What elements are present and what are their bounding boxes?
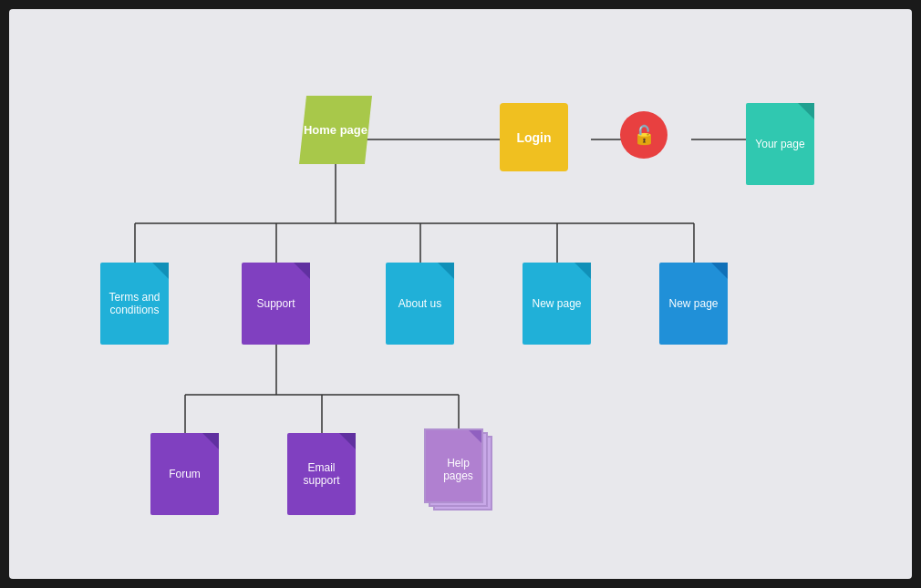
lock-icon: 🔓 [633, 124, 656, 146]
login-node[interactable]: Login [500, 103, 568, 171]
login-label: Login [516, 130, 551, 145]
terms-doc: Terms and conditions [100, 263, 169, 345]
help-pages-label: Help pages [424, 428, 492, 511]
new-page-2-doc: New page [659, 263, 728, 345]
email-support-node[interactable]: Email support [287, 433, 356, 515]
forum-label: Forum [150, 433, 219, 515]
lock-icon-circle: 🔓 [620, 111, 667, 159]
email-support-doc: Email support [287, 433, 356, 515]
forum-node[interactable]: Forum [150, 433, 219, 515]
terms-node[interactable]: Terms and conditions [100, 263, 169, 345]
forum-doc: Forum [150, 433, 219, 515]
new-page-1-doc: New page [523, 263, 591, 345]
about-doc: About us [386, 263, 454, 345]
support-doc: Support [242, 263, 310, 345]
diagram-canvas: Home page Login 🔓 Your page Terms and co… [9, 9, 912, 579]
new-page-1-label: New page [523, 263, 591, 345]
your-page-doc: Your page [746, 103, 814, 185]
about-node[interactable]: About us [386, 263, 454, 345]
about-label: About us [386, 263, 454, 345]
home-page-node[interactable]: Home page [299, 96, 372, 164]
your-page-label: Your page [746, 103, 814, 185]
email-support-label: Email support [287, 433, 356, 515]
your-page-node[interactable]: Your page [746, 103, 814, 185]
new-page-1-node[interactable]: New page [523, 263, 591, 345]
support-node[interactable]: Support [242, 263, 310, 345]
home-page-label: Home page [304, 123, 367, 138]
lock-node[interactable]: 🔓 [620, 111, 667, 159]
new-page-2-node[interactable]: New page [659, 263, 728, 345]
new-page-2-label: New page [659, 263, 728, 345]
support-label: Support [242, 263, 310, 345]
help-pages-node[interactable]: Help pages [424, 428, 492, 511]
help-pages-stacked: Help pages [424, 428, 492, 511]
terms-label: Terms and conditions [100, 263, 169, 345]
